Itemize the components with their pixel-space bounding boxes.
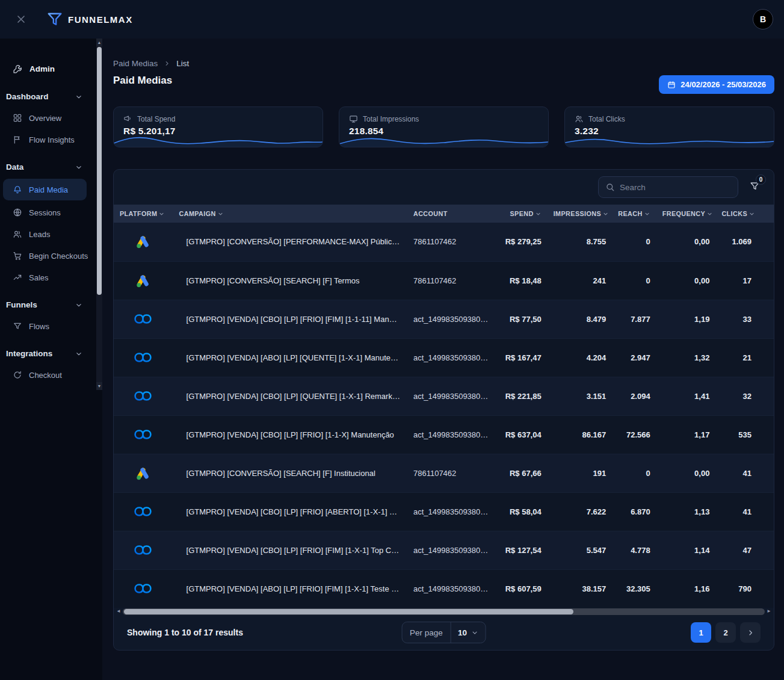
sidebar-item-overview[interactable]: Overview bbox=[0, 107, 96, 129]
chevron-down-icon bbox=[75, 301, 83, 309]
sidebar-item-checkout[interactable]: Checkout bbox=[0, 364, 96, 386]
sidebar-section-integrations[interactable]: Integrations bbox=[0, 343, 96, 364]
sidebar-item-label: Flows bbox=[29, 322, 49, 331]
column-header-impressions[interactable]: IMPRESSIONS bbox=[548, 205, 613, 223]
sidebar-section-data[interactable]: Data bbox=[0, 156, 96, 178]
sidebar-item-flow-insights[interactable]: Flow Insights bbox=[0, 129, 96, 150]
brand-logo[interactable]: FUNNELMAX bbox=[47, 11, 133, 27]
campaign-cell: [GTMPRO] [VENDA] [CBO] [LP] [QUENTE] [1-… bbox=[172, 377, 406, 415]
column-header-campaign[interactable]: CAMPAIGN bbox=[172, 205, 406, 223]
table-row[interactable]: [GTMPRO] [CONVERSÃO] [PERFORMANCE-MAX] P… bbox=[114, 223, 774, 261]
search-input[interactable] bbox=[620, 183, 731, 192]
sidebar-item-label: Begin Checkouts bbox=[29, 252, 88, 261]
megaphone-icon bbox=[123, 114, 132, 123]
impressions-cell: 7.622 bbox=[548, 492, 613, 531]
per-page-control: Per page 10 bbox=[401, 622, 486, 643]
impressions-cell: 8.755 bbox=[548, 223, 613, 261]
pagination: 1 2 bbox=[691, 622, 761, 643]
impressions-cell: 191 bbox=[548, 454, 613, 492]
table-row[interactable]: [GTMPRO] [VENDA] [CBO] [LP] [QUENTE] [1-… bbox=[114, 377, 774, 415]
column-header-clicks[interactable]: CLICKS bbox=[715, 205, 774, 223]
page-button-2[interactable]: 2 bbox=[715, 622, 736, 643]
sync-icon bbox=[13, 370, 22, 380]
close-icon[interactable] bbox=[14, 13, 28, 26]
table-row[interactable]: [GTMPRO] [VENDA] [CBO] [LP] [FRIO] [FIM]… bbox=[114, 531, 774, 569]
sidebar-section-dashboard[interactable]: Dashboard bbox=[0, 86, 96, 107]
filter-count-badge: 0 bbox=[756, 175, 766, 185]
google-ads-icon bbox=[135, 236, 150, 246]
sidebar-item-leads[interactable]: Leads bbox=[0, 223, 96, 245]
campaign-cell: [GTMPRO] [VENDA] [ABO] [LP] [FRIO] [FIM]… bbox=[172, 569, 406, 608]
column-header-reach[interactable]: REACH bbox=[612, 205, 656, 223]
table-row[interactable]: [GTMPRO] [CONVERSÃO] [SEARCH] [F] Instit… bbox=[114, 454, 774, 492]
clicks-cell: 33 bbox=[715, 300, 774, 338]
stat-label: Total Spend bbox=[137, 115, 175, 123]
sort-icon bbox=[644, 211, 650, 217]
table-row[interactable]: [GTMPRO] [VENDA] [CBO] [LP] [FRIO] [1-1-… bbox=[114, 415, 774, 454]
sidebar-item-admin[interactable]: Admin bbox=[0, 58, 96, 80]
sparkline bbox=[565, 131, 774, 147]
column-header-spend[interactable]: SPEND bbox=[498, 205, 547, 223]
table-row[interactable]: [GTMPRO] [VENDA] [CBO] [LP] [FRIO] [ABER… bbox=[114, 492, 774, 531]
table-row[interactable]: [GTMPRO] [CONVERSÃO] [SEARCH] [F] Termos… bbox=[114, 261, 774, 300]
chevron-right-icon bbox=[163, 60, 171, 67]
breadcrumb-root[interactable]: Paid Medias bbox=[113, 59, 158, 68]
meta-icon bbox=[134, 429, 152, 438]
column-header-platform[interactable]: PLATFORM bbox=[114, 205, 172, 223]
spend-cell: R$ 18,48 bbox=[498, 261, 547, 300]
sidebar-item-sales[interactable]: Sales bbox=[0, 267, 96, 288]
sidebar-scrollbar[interactable]: ▲ ▼ bbox=[96, 39, 102, 390]
calendar-icon bbox=[667, 81, 676, 89]
reach-cell: 0 bbox=[612, 454, 656, 492]
frequency-cell: 0,00 bbox=[656, 223, 716, 261]
scroll-left-icon[interactable]: ◄ bbox=[116, 608, 121, 615]
stat-label: Total Impressions bbox=[363, 115, 419, 123]
scrollbar-track[interactable] bbox=[123, 608, 765, 615]
meta-icon bbox=[134, 584, 152, 593]
sidebar-item-label: Overview bbox=[29, 114, 61, 123]
sidebar-item-label: Checkout bbox=[29, 371, 62, 380]
account-cell: act_1499835093809387 bbox=[406, 531, 498, 569]
sidebar-item-begin-checkouts[interactable]: Begin Checkouts bbox=[0, 245, 96, 267]
sort-icon bbox=[535, 211, 542, 217]
page-button-1[interactable]: 1 bbox=[691, 622, 711, 643]
scroll-up-icon[interactable]: ▲ bbox=[96, 39, 102, 46]
results-count-text: Showing 1 to 10 of 17 results bbox=[127, 628, 243, 637]
account-cell: 7861107462 bbox=[406, 261, 498, 300]
filter-button[interactable]: 0 bbox=[749, 181, 761, 194]
google-ads-icon bbox=[135, 468, 150, 477]
account-cell: 7861107462 bbox=[406, 454, 498, 492]
per-page-select[interactable]: 10 bbox=[451, 622, 486, 643]
sidebar-item-paid-media[interactable]: Paid Media bbox=[3, 179, 87, 200]
frequency-cell: 1,32 bbox=[656, 338, 716, 377]
avatar[interactable]: B bbox=[753, 9, 773, 29]
scrollbar-thumb[interactable] bbox=[124, 609, 573, 614]
users-icon bbox=[575, 114, 584, 123]
platform-cell bbox=[114, 492, 172, 531]
next-page-button[interactable] bbox=[740, 622, 761, 643]
stat-cards: Total Spend R$ 5.201,17 Total Impression… bbox=[113, 107, 774, 147]
frequency-cell: 1,16 bbox=[656, 569, 716, 608]
table-row[interactable]: [GTMPRO] [VENDA] [ABO] [LP] [QUENTE] [1-… bbox=[114, 338, 774, 377]
chevron-down-icon bbox=[75, 163, 83, 172]
table-row[interactable]: [GTMPRO] [VENDA] [ABO] [LP] [FRIO] [FIM]… bbox=[114, 569, 774, 608]
table-row[interactable]: [GTMPRO] [VENDA] [CBO] [LP] [FRIO] [FIM]… bbox=[114, 300, 774, 338]
platform-cell bbox=[114, 377, 172, 415]
scroll-right-icon[interactable]: ► bbox=[767, 608, 771, 615]
breadcrumb-current[interactable]: List bbox=[176, 59, 189, 68]
stat-card-total-clicks: Total Clicks 3.232 bbox=[564, 107, 774, 147]
column-header-account[interactable]: ACCOUNT bbox=[406, 205, 498, 223]
chevron-down-icon bbox=[75, 350, 83, 358]
date-range-button[interactable]: 24/02/2026 - 25/03/2026 bbox=[659, 75, 774, 94]
clicks-cell: 41 bbox=[715, 454, 774, 492]
reach-cell: 4.778 bbox=[612, 531, 656, 569]
horizontal-scrollbar[interactable]: ◄ ► bbox=[114, 608, 774, 615]
sidebar-section-funnels[interactable]: Funnels bbox=[0, 294, 96, 315]
clicks-cell: 790 bbox=[715, 569, 774, 608]
column-header-frequency[interactable]: FREQUENCY bbox=[656, 205, 716, 223]
scroll-down-icon[interactable]: ▼ bbox=[96, 382, 102, 390]
chevron-right-icon bbox=[746, 628, 755, 637]
scrollbar-thumb[interactable] bbox=[97, 47, 102, 295]
sidebar-item-flows[interactable]: Flows bbox=[0, 315, 96, 337]
sidebar-item-sessions[interactable]: Sessions bbox=[0, 202, 96, 223]
